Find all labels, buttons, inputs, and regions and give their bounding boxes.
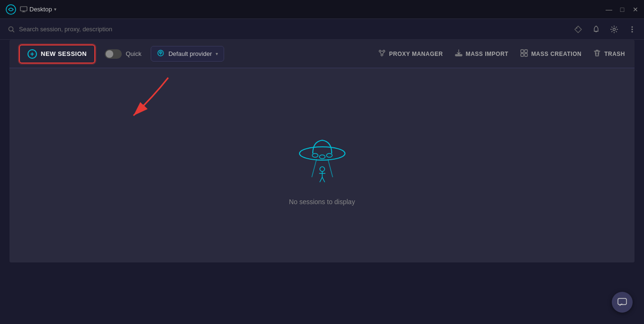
maximize-button[interactable]: □ xyxy=(619,7,625,12)
svg-point-10 xyxy=(379,50,381,52)
proxy-manager-icon xyxy=(378,49,386,59)
app-icon xyxy=(6,4,16,15)
svg-point-6 xyxy=(632,26,633,27)
plus-icon: + xyxy=(27,49,37,59)
settings-icon[interactable] xyxy=(610,25,618,34)
svg-point-3 xyxy=(576,27,578,28)
svg-point-12 xyxy=(381,54,383,56)
svg-point-5 xyxy=(613,28,616,30)
proxy-manager-label: PROXY MANAGER xyxy=(389,51,443,57)
svg-point-19 xyxy=(312,153,318,157)
toggle-knob xyxy=(106,50,113,58)
window-title: Desktop xyxy=(29,6,52,13)
chat-bubble[interactable] xyxy=(612,292,633,313)
titlebar-title[interactable]: Desktop ▾ xyxy=(20,6,56,13)
mass-creation-icon xyxy=(520,49,528,59)
new-session-button[interactable]: + NEW SESSION xyxy=(19,45,95,63)
empty-state-text: No sessions to display xyxy=(289,198,355,206)
more-icon[interactable] xyxy=(628,25,636,34)
quick-label: Quick xyxy=(126,50,141,57)
search-icon xyxy=(8,26,15,33)
svg-point-7 xyxy=(632,28,633,30)
provider-chevron-icon: ▾ xyxy=(216,51,218,56)
titlebar-left: Desktop ▾ xyxy=(6,4,56,15)
search-input[interactable] xyxy=(19,26,569,33)
searchbar-right xyxy=(574,25,636,34)
svg-point-24 xyxy=(320,167,325,171)
svg-point-18 xyxy=(299,147,345,160)
proxy-manager-button[interactable]: PROXY MANAGER xyxy=(378,49,443,59)
quick-toggle-container: Quick xyxy=(105,49,141,59)
chat-icon xyxy=(617,297,627,307)
tags-icon[interactable] xyxy=(574,25,582,34)
minimize-button[interactable]: — xyxy=(606,7,612,12)
svg-point-21 xyxy=(327,153,332,157)
svg-point-8 xyxy=(632,31,633,32)
trash-icon xyxy=(593,49,601,59)
close-button[interactable]: ✕ xyxy=(633,7,638,12)
mass-import-label: MASS IMPORT xyxy=(466,51,508,57)
search-wrapper xyxy=(8,26,569,33)
mass-import-icon xyxy=(454,49,463,59)
provider-dropdown[interactable]: Default provider ▾ xyxy=(151,46,224,62)
svg-rect-15 xyxy=(525,50,527,53)
svg-point-20 xyxy=(319,155,325,159)
svg-rect-14 xyxy=(521,50,524,53)
toolbar: + NEW SESSION Quick Default provider ▾ xyxy=(9,40,635,68)
quick-toggle[interactable] xyxy=(105,49,122,59)
bell-icon[interactable] xyxy=(592,25,600,34)
desktop-icon xyxy=(20,6,27,13)
provider-icon xyxy=(157,49,164,58)
trash-label: TRASH xyxy=(604,51,625,57)
content-panel: + NEW SESSION Quick Default provider ▾ xyxy=(9,40,635,262)
svg-line-22 xyxy=(312,159,317,177)
svg-point-0 xyxy=(6,5,16,14)
svg-line-23 xyxy=(328,159,333,177)
trash-button[interactable]: TRASH xyxy=(593,49,625,59)
new-session-label: NEW SESSION xyxy=(41,50,87,57)
svg-rect-26 xyxy=(618,298,626,305)
mass-import-button[interactable]: MASS IMPORT xyxy=(454,49,508,59)
empty-state: No sessions to display xyxy=(289,125,355,206)
svg-rect-16 xyxy=(521,54,524,56)
svg-point-4 xyxy=(596,26,597,27)
toolbar-right: PROXY MANAGER MASS IMPORT xyxy=(378,49,625,59)
titlebar-controls: — □ ✕ xyxy=(606,7,638,12)
svg-rect-1 xyxy=(20,7,27,11)
mass-creation-label: MASS CREATION xyxy=(531,51,581,57)
mass-creation-button[interactable]: MASS CREATION xyxy=(520,49,581,59)
svg-rect-17 xyxy=(525,54,527,56)
svg-point-11 xyxy=(383,50,385,52)
provider-label: Default provider xyxy=(168,50,212,57)
searchbar xyxy=(0,19,644,40)
ufo-illustration xyxy=(289,125,355,189)
title-chevron: ▾ xyxy=(54,7,56,12)
titlebar: Desktop ▾ — □ ✕ xyxy=(0,0,644,19)
sessions-area: No sessions to display xyxy=(9,68,635,262)
